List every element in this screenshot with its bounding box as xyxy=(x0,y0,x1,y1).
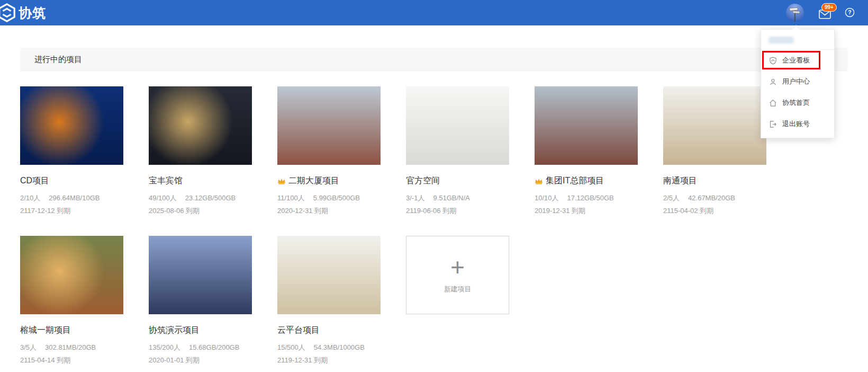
project-title: 集团IT总部项目 xyxy=(535,175,638,187)
project-title: 二期大厦项目 xyxy=(277,175,381,187)
new-project-box[interactable]: + 新建项目 xyxy=(406,236,509,314)
project-card[interactable]: 集团IT总部项目 10/10人17.12GB/50GB 2019-12-31 到… xyxy=(535,86,638,216)
project-title-text: 协筑演示项目 xyxy=(149,325,200,336)
project-grid: CD项目 2/10人296.64MB/10GB 2117-12-12 到期 宝丰… xyxy=(20,86,798,372)
project-expiry: 2020-12-31 到期 xyxy=(277,206,381,216)
project-members: 3/-1人 xyxy=(406,194,424,202)
project-thumb xyxy=(535,86,638,165)
project-title-text: 榕城一期项目 xyxy=(20,325,71,336)
project-card[interactable]: 官方空间 3/-1人9.51GB/N/A 2119-06-06 到期 xyxy=(406,86,509,216)
project-thumb xyxy=(20,86,123,165)
user-menu-item-label: 退出账号 xyxy=(782,119,810,129)
project-title-text: 官方空间 xyxy=(406,175,440,187)
project-title: 南通项目 xyxy=(663,175,766,187)
project-thumb xyxy=(149,86,252,165)
project-expiry: 2117-12-12 到期 xyxy=(20,206,123,216)
user-icon xyxy=(768,77,777,86)
project-title-text: CD项目 xyxy=(20,175,49,187)
new-project-card[interactable]: + 新建项目 xyxy=(406,236,509,365)
project-storage: 17.12GB/50GB xyxy=(567,194,614,202)
notification-badge: 99+ xyxy=(821,3,837,12)
user-name-redacted xyxy=(768,37,794,43)
project-title: 榕城一期项目 xyxy=(20,325,123,336)
project-title: 云平台项目 xyxy=(277,325,381,336)
project-stats: 10/10人17.12GB/50GB xyxy=(535,193,638,203)
vip-crown-icon xyxy=(535,178,543,185)
project-members: 49/100人 xyxy=(149,194,177,202)
street-sign-photo xyxy=(786,4,804,22)
menu-item-enterprise-dashboard[interactable]: 企业看板 xyxy=(761,50,834,71)
project-expiry: 2019-12-31 到期 xyxy=(535,206,638,216)
question-icon: ? xyxy=(845,7,855,17)
project-stats: 11/100人5.99GB/500GB xyxy=(277,193,381,203)
app-header: 协筑 99+ ? xyxy=(0,0,868,25)
project-card[interactable]: 协筑演示项目 135/200人15.68GB/200GB 2020-01-01 … xyxy=(149,236,252,365)
project-storage: 296.64MB/10GB xyxy=(49,194,100,202)
project-members: 10/10人 xyxy=(535,194,559,202)
menu-item-logout[interactable]: 退出账号 xyxy=(761,113,834,135)
new-project-label: 新建项目 xyxy=(444,285,472,294)
project-storage: 302.81MB/20GB xyxy=(45,343,96,351)
section-bar: 进行中的项目 xyxy=(20,48,848,72)
vip-crown-icon xyxy=(277,178,286,185)
project-title: 协筑演示项目 xyxy=(149,325,252,336)
project-storage: 23.12GB/500GB xyxy=(185,194,236,202)
project-storage: 54.3MB/1000GB xyxy=(314,343,365,351)
project-stats: 135/200人15.68GB/200GB xyxy=(149,343,252,352)
project-members: 2/10人 xyxy=(20,194,40,202)
project-thumb xyxy=(406,86,509,165)
project-stats: 49/100人23.12GB/500GB xyxy=(149,193,252,203)
project-title-text: 宝丰宾馆 xyxy=(149,175,183,187)
project-card[interactable]: 南通项目 2/5人42.67MB/20GB 2115-04-02 到期 xyxy=(663,86,766,216)
project-thumb xyxy=(149,236,252,314)
logout-icon xyxy=(768,120,777,129)
project-card[interactable]: CD项目 2/10人296.64MB/10GB 2117-12-12 到期 xyxy=(20,86,123,216)
project-expiry: 2119-06-06 到期 xyxy=(406,206,509,216)
project-title: CD项目 xyxy=(20,175,123,187)
project-expiry: 2025-08-06 到期 xyxy=(149,206,252,216)
user-menu-item-label: 用户中心 xyxy=(782,77,810,86)
plus-icon: + xyxy=(450,256,465,278)
project-members: 135/200人 xyxy=(149,343,180,351)
user-menu-item-label: 协筑首页 xyxy=(782,98,810,108)
xiezhu-logo-icon xyxy=(0,3,17,23)
project-card[interactable]: 榕城一期项目 3/5人302.81MB/20GB 2115-04-14 到期 xyxy=(20,236,123,365)
project-title: 宝丰宾馆 xyxy=(149,175,252,187)
home-icon xyxy=(768,99,777,108)
menu-item-xiezhu-home[interactable]: 协筑首页 xyxy=(761,92,834,113)
project-members: 11/100人 xyxy=(277,194,305,202)
project-members: 2/5人 xyxy=(663,194,680,202)
project-thumb xyxy=(20,236,123,314)
messages-button[interactable]: 99+ xyxy=(818,3,841,21)
project-title: 官方空间 xyxy=(406,175,509,187)
project-storage: 42.67MB/20GB xyxy=(688,194,735,202)
user-menu-item-label: 企业看板 xyxy=(782,56,810,65)
project-expiry: 2115-04-02 到期 xyxy=(663,206,766,216)
project-members: 3/5人 xyxy=(20,343,37,351)
project-thumb xyxy=(277,236,381,314)
project-title-text: 南通项目 xyxy=(663,175,697,187)
project-card[interactable]: 云平台项目 15/500人54.3MB/1000GB 2119-12-31 到期 xyxy=(277,236,381,365)
dropdown-caret-icon xyxy=(792,25,801,34)
project-card[interactable]: 二期大厦项目 11/100人5.99GB/500GB 2020-12-31 到期 xyxy=(277,86,381,216)
project-thumb xyxy=(277,86,381,165)
section-title: 进行中的项目 xyxy=(34,55,82,65)
help-button[interactable]: ? xyxy=(845,7,855,17)
project-stats: 2/5人42.67MB/20GB xyxy=(663,193,766,203)
project-storage: 9.51GB/N/A xyxy=(433,194,469,202)
user-avatar[interactable] xyxy=(786,4,804,22)
project-stats: 2/10人296.64MB/10GB xyxy=(20,193,123,203)
project-storage: 15.68GB/200GB xyxy=(189,343,239,351)
project-members: 15/500人 xyxy=(277,343,305,351)
user-dropdown-menu: 企业看板 用户中心 协筑首页 退出账号 xyxy=(761,29,835,138)
project-thumb xyxy=(663,86,766,165)
project-title-text: 云平台项目 xyxy=(277,325,320,336)
menu-item-user-center[interactable]: 用户中心 xyxy=(761,71,834,92)
project-expiry: 2115-04-14 到期 xyxy=(20,356,123,365)
project-card[interactable]: 宝丰宾馆 49/100人23.12GB/500GB 2025-08-06 到期 xyxy=(149,86,252,216)
project-title-text: 二期大厦项目 xyxy=(288,175,339,187)
brand-name: 协筑 xyxy=(19,4,46,22)
brand-home-link[interactable]: 协筑 xyxy=(0,0,46,25)
project-expiry: 2020-01-01 到期 xyxy=(149,356,252,365)
enterprise-badge-icon xyxy=(768,56,777,65)
